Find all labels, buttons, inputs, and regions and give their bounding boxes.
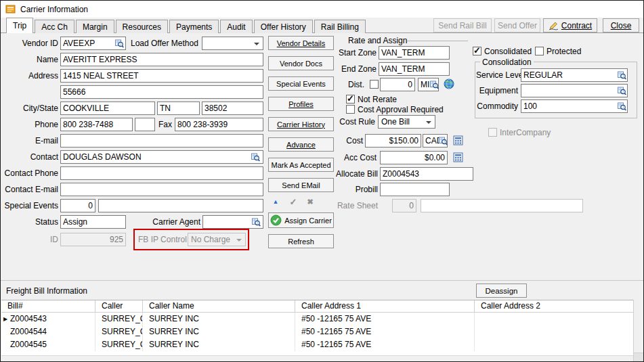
tab-offer-history[interactable]: Offer History [254, 20, 313, 33]
column-header-caller-name[interactable]: Caller Name [143, 300, 295, 312]
table-row[interactable]: ▶Z0004543 SURREY_CU SURREY INC #50 -1216… [1, 313, 633, 325]
column-header-bill[interactable]: Bill# [1, 300, 95, 312]
table-row[interactable]: Z0004545 SURREY_CU SURREY INC #50 -12165… [1, 338, 633, 351]
profiles-button[interactable]: Profiles [268, 97, 334, 111]
vendor-id-lookup-icon[interactable] [114, 38, 125, 49]
address1-field[interactable] [60, 69, 263, 83]
acc-cost-calculator-icon[interactable] [452, 152, 464, 163]
dist-field[interactable] [380, 78, 415, 91]
cost-rule-select[interactable]: One Bill [378, 115, 435, 129]
commodity-lookup-icon[interactable] [617, 101, 626, 112]
send-offer-button[interactable]: Send Offer [494, 18, 540, 32]
cell-caller-address-1: #50 -12165 75 AVE [295, 313, 475, 325]
dist-unit-lookup-icon[interactable] [429, 79, 439, 90]
move-up-icon[interactable]: ▲ [268, 196, 283, 207]
vendor-docs-label: Vendor Docs [280, 60, 322, 68]
phone-ext-field[interactable] [135, 118, 155, 131]
carrier-information-window: Carrier Information Trip Acc Ch Margin R… [0, 0, 644, 362]
tab-trip[interactable]: Trip [6, 18, 33, 33]
carrier-agent-lookup-icon[interactable] [251, 217, 261, 227]
mark-as-accepted-button[interactable]: Mark As Accepted [268, 158, 334, 172]
contract-button[interactable]: Contract [543, 18, 597, 32]
accept-check-icon[interactable]: ✓ [286, 196, 301, 207]
email-field[interactable] [60, 134, 263, 148]
carrier-history-label: Carrier History [277, 120, 325, 129]
status-field[interactable] [60, 215, 126, 229]
carrier-agent-label: Carrier Agent [150, 215, 200, 229]
probill-label: Probill [336, 183, 378, 196]
city-field[interactable] [60, 101, 155, 115]
advance-button[interactable]: Advance [268, 137, 334, 152]
acc-cost-field[interactable] [380, 151, 448, 164]
contact-email-field[interactable] [60, 183, 263, 196]
column-header-caller[interactable]: Caller [95, 300, 143, 312]
special-events-count-field[interactable] [60, 199, 95, 212]
special-events-text-field[interactable] [98, 199, 263, 212]
close-label: Close [611, 21, 632, 30]
protected-checkbox[interactable] [535, 47, 544, 55]
tab-acc-ch[interactable]: Acc Ch [35, 20, 74, 33]
send-rail-bill-button[interactable]: Send Rail Bill [433, 18, 492, 32]
column-header-caller-address-2[interactable]: Caller Address 2 [475, 300, 633, 312]
name-field[interactable] [60, 53, 263, 66]
assign-carrier-button[interactable]: Assign Carrier [268, 212, 334, 228]
zip-field[interactable] [202, 101, 263, 115]
table-row[interactable]: Z0004544 SURREY_CU SURREY INC #50 -12165… [1, 325, 633, 338]
refresh-button[interactable]: Refresh [268, 234, 334, 248]
column-header-caller-address-1[interactable]: Caller Address 1 [295, 300, 475, 312]
id-field [60, 233, 126, 246]
contact-field[interactable] [60, 150, 263, 164]
tab-rail-billing[interactable]: Rail Billing [314, 20, 366, 33]
allocate-bill-field[interactable] [380, 167, 473, 181]
cost-field[interactable] [365, 134, 421, 148]
end-zone-field[interactable] [379, 62, 450, 76]
tab-margin[interactable]: Margin [76, 20, 114, 33]
cost-calculator-icon[interactable] [452, 135, 464, 146]
close-button[interactable]: Close [603, 18, 639, 32]
chevron-down-icon [236, 239, 242, 242]
load-offer-method-select[interactable] [202, 37, 263, 50]
address2-field[interactable] [60, 85, 263, 99]
refresh-label: Refresh [288, 237, 314, 246]
app-icon [5, 4, 16, 14]
deassign-button[interactable]: Deassign [476, 284, 527, 298]
equipment-lookup-icon[interactable] [617, 85, 626, 96]
vendor-docs-button[interactable]: Vendor Docs [268, 56, 334, 70]
dist-checkbox[interactable] [370, 80, 379, 89]
not-rerate-checkbox[interactable] [346, 95, 355, 104]
probill-field[interactable] [380, 183, 450, 196]
currency-lookup-icon[interactable] [438, 135, 448, 146]
acc-cost-label: Acc Cost [336, 151, 377, 164]
cell-caller: SURREY_CU [95, 338, 143, 351]
consolidated-checkbox[interactable] [473, 47, 481, 55]
start-zone-field[interactable] [379, 46, 450, 60]
status-label: Status [2, 215, 58, 229]
tab-payments[interactable]: Payments [169, 20, 219, 33]
commodity-field[interactable] [521, 99, 628, 113]
cancel-x-icon[interactable]: ✖ [303, 196, 318, 207]
fax-field[interactable] [175, 118, 263, 131]
globe-icon[interactable] [443, 78, 454, 89]
tab-audit[interactable]: Audit [220, 20, 252, 33]
cost-approval-checkbox[interactable] [346, 105, 355, 114]
cost-approval-label: Cost Approval Required [358, 103, 444, 116]
equipment-field[interactable] [521, 84, 628, 97]
service-level-lookup-icon[interactable] [617, 70, 626, 81]
service-level-field[interactable] [521, 68, 628, 82]
advance-label: Advance [286, 141, 316, 149]
phone-field[interactable] [60, 118, 133, 131]
allocate-bill-label: Allocate Bill [328, 167, 378, 181]
tab-resources[interactable]: Resources [116, 20, 168, 33]
chevron-down-icon [426, 121, 431, 124]
freight-bill-section: Freight Bill Information Deassign Bill# … [1, 280, 643, 361]
carrier-history-button[interactable]: Carrier History [268, 117, 334, 131]
contact-lookup-icon[interactable] [251, 152, 261, 162]
send-email-button[interactable]: Send EMail [268, 178, 334, 192]
state-field[interactable] [157, 101, 200, 115]
special-events-button[interactable]: Special Events [268, 76, 334, 91]
vendor-details-button[interactable]: Vendor Details [268, 36, 334, 50]
contact-phone-field[interactable] [60, 166, 263, 180]
send-email-label: Send EMail [282, 181, 320, 189]
cell-caller-address-2 [475, 313, 633, 325]
vertical-scrollbar[interactable] [633, 300, 643, 361]
